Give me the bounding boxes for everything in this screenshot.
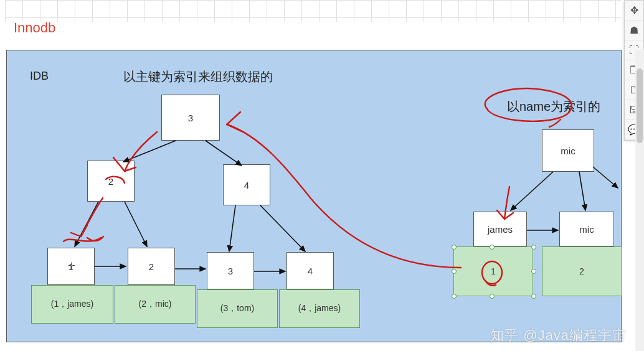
watermark-sub: https://blog.csdn.net/Butterfly_resting <box>514 347 627 351</box>
selection-handle[interactable] <box>531 245 536 250</box>
node-root-3[interactable]: 3 <box>161 95 220 141</box>
leaf-green-2[interactable]: (2，mic) <box>115 285 196 324</box>
label-primary-index: 以主键为索引来组织数据的 <box>123 68 273 85</box>
node-mid-2[interactable]: 2 <box>87 161 135 202</box>
selection-handle[interactable] <box>452 294 457 299</box>
leaf-white-2[interactable]: 2 <box>128 248 175 285</box>
selection-handle[interactable] <box>531 269 536 274</box>
selection-handle[interactable] <box>452 245 457 250</box>
node-mid-4[interactable]: 4 <box>223 164 270 205</box>
selection-handle[interactable] <box>490 245 495 250</box>
leaf-white-4[interactable]: 4 <box>286 252 334 289</box>
leaf-green-sec-1[interactable]: 1 <box>453 246 533 296</box>
selection-handle[interactable] <box>490 294 495 299</box>
title-innodb: Innodb <box>14 20 55 36</box>
scrollbar-thumb[interactable] <box>637 68 643 143</box>
label-idb: IDB <box>30 70 49 83</box>
insertion-caret: ⊹ <box>68 260 75 270</box>
selection-handle[interactable] <box>531 294 536 299</box>
canvas-grid <box>5 0 622 22</box>
leaf-green-1[interactable]: (1，james) <box>31 285 113 324</box>
leaf-green-3[interactable]: (3，tom) <box>197 289 278 328</box>
selection-handle[interactable] <box>452 269 457 274</box>
leaf-white-3[interactable]: 3 <box>207 252 254 289</box>
watermark: 知乎 @Java编程宇宙 <box>490 326 627 345</box>
leaf-green-4[interactable]: (4，james) <box>279 289 360 328</box>
leaf-green-sec-2[interactable]: 2 <box>542 246 622 296</box>
leaf-white-mic2[interactable]: mic <box>559 212 614 246</box>
crosshair-icon[interactable]: ✥ <box>625 1 643 21</box>
node-root-mic[interactable]: mic <box>542 129 594 172</box>
leaf-white-james[interactable]: james <box>473 212 527 246</box>
vertical-scrollbar[interactable] <box>635 50 644 351</box>
bookmark-icon[interactable]: ☗ <box>625 21 643 40</box>
label-secondary-index: 以name为索引的 <box>507 98 600 115</box>
